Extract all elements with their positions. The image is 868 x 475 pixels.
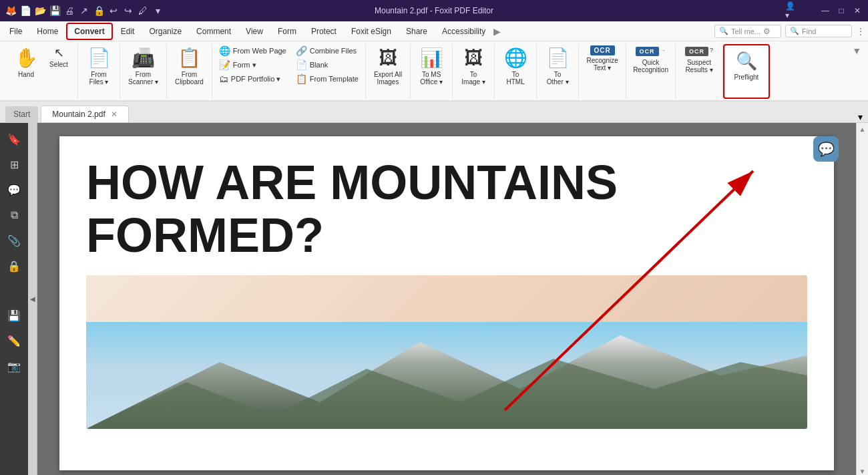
- undo-icon[interactable]: ↩: [108, 5, 119, 16]
- menu-convert[interactable]: Convert: [66, 23, 112, 40]
- to-ms-office-button[interactable]: 📊 To MSOffice ▾: [415, 44, 448, 88]
- quick-recognition-label: QuickRecognition: [633, 59, 668, 73]
- sidebar-collapse-button[interactable]: ◀: [28, 123, 37, 475]
- save2-icon[interactable]: 🔒: [93, 5, 104, 16]
- to-other-button[interactable]: 📄 ToOther ▾: [541, 44, 574, 88]
- menu-edit[interactable]: Edit: [114, 24, 142, 39]
- sidebar-comments-icon[interactable]: 💬: [3, 179, 25, 200]
- tab-start-label: Start: [13, 110, 30, 119]
- minimize-button[interactable]: —: [820, 5, 831, 16]
- tell-me-search[interactable]: 🔍 Tell me... ⚙: [714, 25, 781, 38]
- menu-form[interactable]: Form: [271, 24, 303, 39]
- menu-share[interactable]: Share: [399, 24, 434, 39]
- from-template-icon: 📋: [296, 73, 307, 84]
- stamp-icon[interactable]: 🖊: [138, 5, 148, 16]
- ribbon-group-suspect-results: OCR ? SuspectResults ▾: [676, 44, 723, 99]
- tab-close-icon[interactable]: ✕: [111, 110, 118, 119]
- menu-file[interactable]: File: [3, 24, 29, 39]
- scroll-up-icon[interactable]: ▲: [859, 126, 866, 133]
- ribbon-recognize-items: OCR RecognizeText ▾: [583, 44, 622, 99]
- menu-foxit-esign[interactable]: Foxit eSign: [345, 24, 398, 39]
- ribbon-from-scanner-items: 📠 FromScanner ▾: [124, 44, 162, 99]
- from-clipboard-button[interactable]: 📋 FromClipboard: [171, 44, 208, 88]
- tab-scroll-icon[interactable]: ▾: [858, 112, 863, 122]
- ribbon-export-items: 🖼 Export AllImages: [370, 44, 406, 99]
- sidebar-sign-icon[interactable]: ✏️: [3, 330, 25, 351]
- from-files-button[interactable]: 📄 FromFiles ▾: [82, 44, 116, 88]
- recognize-text-button[interactable]: OCR RecognizeText ▾: [583, 44, 622, 74]
- save-icon[interactable]: 💾: [49, 5, 60, 16]
- close-button[interactable]: ✕: [852, 5, 863, 16]
- open-icon[interactable]: 📂: [35, 5, 45, 16]
- ribbon-group-from-clipboard: 📋 FromClipboard: [167, 44, 212, 99]
- form-button[interactable]: 📝 Form ▾: [216, 58, 289, 71]
- from-files-label: FromFiles ▾: [89, 71, 109, 86]
- sidebar-storage-icon[interactable]: 💾: [3, 305, 25, 326]
- ribbon-to-ms-office-items: 📊 To MSOffice ▾: [415, 44, 448, 99]
- to-image-button[interactable]: 🖼 ToImage ▾: [457, 44, 490, 88]
- menu-comment[interactable]: Comment: [190, 24, 238, 39]
- preflight-icon: 🔍: [736, 51, 757, 71]
- quick-recognition-icon: OCR →: [636, 47, 666, 56]
- combine-files-icon: 🔗: [296, 45, 307, 56]
- menu-view[interactable]: View: [239, 24, 270, 39]
- account-icon[interactable]: 👤▾: [785, 5, 796, 16]
- redo-icon[interactable]: ↪: [123, 5, 134, 16]
- preflight-button[interactable]: 🔍 Preflight: [730, 48, 763, 84]
- pdf-portfolio-button[interactable]: 🗂 PDF Portfolio ▾: [216, 72, 289, 86]
- to-image-icon: 🖼: [464, 47, 483, 69]
- from-template-button[interactable]: 📋 From Template: [293, 72, 361, 86]
- sidebar-pages-icon[interactable]: ⊞: [3, 154, 25, 175]
- sidebar-security-icon[interactable]: 🔒: [3, 255, 25, 277]
- pdf-portfolio-icon: 🗂: [219, 73, 228, 84]
- web-page-icon: 🌐: [219, 45, 230, 56]
- quick-recognition-button[interactable]: OCR → QuickRecognition: [630, 44, 671, 76]
- blank-button[interactable]: 📄 Blank: [293, 58, 361, 71]
- menu-protect[interactable]: Protect: [304, 24, 343, 39]
- sidebar-layers-icon[interactable]: ⧉: [3, 204, 25, 226]
- sidebar-scan-icon[interactable]: 📷: [3, 355, 25, 377]
- suspect-results-label: SuspectResults ▾: [685, 59, 712, 73]
- settings-icon: ⚙: [763, 27, 771, 36]
- scroll-down-icon[interactable]: ▼: [859, 468, 866, 475]
- share-icon[interactable]: ↗: [79, 5, 89, 16]
- select-button[interactable]: ↖ Select: [44, 44, 73, 71]
- suspect-results-button[interactable]: OCR ? SuspectResults ▾: [680, 44, 718, 76]
- export-all-label: Export AllImages: [374, 71, 402, 86]
- sidebar-bookmark-icon[interactable]: 🔖: [3, 128, 25, 150]
- form-icon: 📝: [219, 59, 230, 70]
- export-all-images-button[interactable]: 🖼 Export AllImages: [370, 44, 406, 88]
- menu-home[interactable]: Home: [30, 24, 65, 39]
- print-icon[interactable]: 🖨: [64, 5, 75, 16]
- chat-float-button[interactable]: 💬: [813, 136, 839, 162]
- from-scanner-button[interactable]: 📠 FromScanner ▾: [124, 44, 162, 88]
- to-html-button[interactable]: 🌐 ToHTML: [499, 44, 532, 88]
- ribbon-group-web-combine: 🌐 From Web Page 📝 Form ▾ 🗂 PDF Portfolio…: [212, 44, 366, 99]
- ribbon-preflight-items: 🔍 Preflight: [730, 48, 763, 95]
- menu-more-icon[interactable]: ▶: [493, 26, 501, 37]
- tab-start[interactable]: Start: [5, 106, 38, 122]
- to-other-label: ToOther ▾: [547, 71, 569, 86]
- menu-organize[interactable]: Organize: [142, 24, 188, 39]
- form-label: Form ▾: [233, 61, 256, 69]
- ribbon-subgroup-web: 🌐 From Web Page 📝 Form ▾ 🗂 PDF Portfolio…: [216, 44, 289, 86]
- sidebar-attachments-icon[interactable]: 📎: [3, 230, 25, 251]
- to-ms-office-icon: 📊: [420, 47, 443, 69]
- find-search[interactable]: 🔍 Find: [785, 25, 852, 37]
- tab-mountain[interactable]: Mountain 2.pdf ✕: [41, 106, 128, 122]
- window-controls: 👤▾ — □ ✕: [785, 5, 863, 16]
- combine-files-button[interactable]: 🔗 Combine Files: [293, 44, 361, 57]
- from-web-page-button[interactable]: 🌐 From Web Page: [216, 44, 289, 57]
- hand-button[interactable]: ✋ Hand: [9, 44, 43, 81]
- new-icon[interactable]: 📄: [20, 5, 31, 16]
- ribbon-expand-icon[interactable]: ⋮: [856, 26, 865, 37]
- dropdown-icon[interactable]: ▾: [152, 5, 163, 16]
- ribbon-group-preflight: 🔍 Preflight: [723, 44, 770, 99]
- ribbon-group-to-image: 🖼 ToImage ▾: [453, 44, 495, 99]
- export-all-icon: 🖼: [379, 47, 397, 69]
- tab-mountain-label: Mountain 2.pdf: [52, 110, 105, 119]
- maximize-button[interactable]: □: [836, 5, 847, 16]
- page-image-mountain: [86, 322, 807, 429]
- ribbon-scroll-down-icon[interactable]: ▼: [851, 44, 863, 57]
- menu-accessibility[interactable]: Accessibility: [435, 24, 492, 39]
